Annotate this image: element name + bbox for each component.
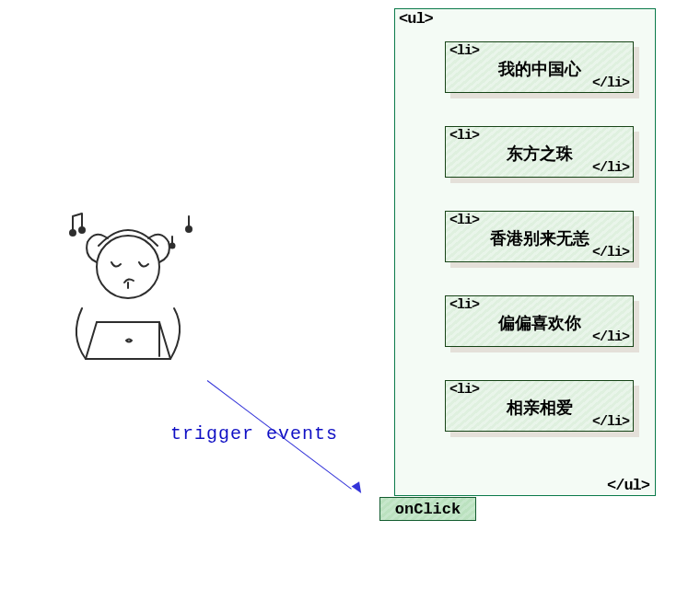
list-item[interactable]: <li> 我的中国心 </li> xyxy=(445,41,634,93)
list-item[interactable]: <li> 偏偏喜欢你 </li> xyxy=(445,295,634,347)
li-open-tag: <li> xyxy=(449,297,479,313)
list-item[interactable]: <li> 香港别来无恙 </li> xyxy=(445,211,634,262)
ul-open-tag: <ul> xyxy=(399,10,433,28)
li-open-tag: <li> xyxy=(449,213,479,228)
list-item[interactable]: <li> 相亲相爱 </li> xyxy=(445,380,634,432)
li-close-tag: </li> xyxy=(592,160,629,176)
ul-close-tag: </ul> xyxy=(607,477,649,494)
li-close-tag: </li> xyxy=(592,414,629,430)
li-open-tag: <li> xyxy=(449,382,479,398)
li-open-tag: <li> xyxy=(449,43,479,59)
onclick-handler-box[interactable]: onClick xyxy=(379,497,476,521)
ul-container: <ul> </ul> <li> 我的中国心 </li> <li> 东方之珠 </… xyxy=(394,8,656,496)
li-close-tag: </li> xyxy=(592,75,629,91)
svg-point-4 xyxy=(170,244,175,248)
li-open-tag: <li> xyxy=(449,128,479,144)
list-item[interactable]: <li> 东方之珠 </li> xyxy=(445,126,634,178)
li-close-tag: </li> xyxy=(592,245,629,260)
trigger-arrow-label: trigger events xyxy=(170,423,338,445)
svg-point-2 xyxy=(79,227,85,233)
svg-point-3 xyxy=(186,226,192,232)
li-stack: <li> 我的中国心 </li> <li> 东方之珠 </li> <li> 香港… xyxy=(445,41,634,432)
user-listening-illustration xyxy=(51,207,207,382)
svg-point-1 xyxy=(70,230,76,236)
trigger-arrow-head xyxy=(352,481,366,495)
li-close-tag: </li> xyxy=(592,329,629,345)
